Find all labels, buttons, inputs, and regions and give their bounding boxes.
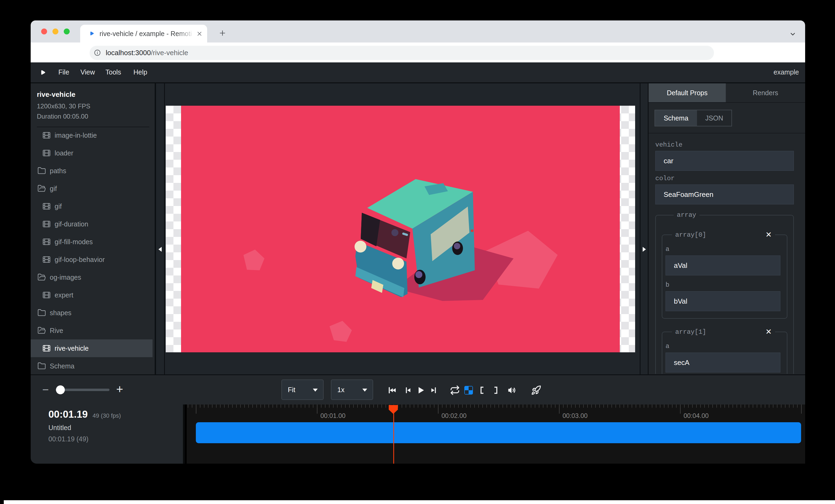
fit-dropdown[interactable]: Fit: [281, 379, 324, 400]
sidebar-item-rive[interactable]: Rive: [30, 322, 155, 339]
toggle-schema[interactable]: Schema: [655, 110, 697, 126]
ruler-label: 00:02.00: [442, 412, 466, 420]
compositions-sidebar: rive-vehicle 1200x630, 30 FPS Duration 0…: [30, 83, 156, 374]
film-icon: [42, 344, 51, 353]
sidebar-item-gif-folder[interactable]: gif: [30, 180, 155, 197]
chevron-down-icon: [313, 388, 318, 392]
menu-tools[interactable]: Tools: [105, 68, 121, 76]
new-tab-button[interactable]: [219, 29, 226, 37]
toggle-json[interactable]: JSON: [697, 110, 731, 126]
sidebar-item-gif-duration[interactable]: gif-duration: [30, 215, 155, 233]
composition-meta: 1200x630, 30 FPS: [37, 103, 149, 110]
array-legend: array: [674, 211, 699, 219]
film-icon: [42, 220, 51, 228]
tab-title: rive-vehicle / example - Remoti: [100, 30, 194, 38]
sidebar-item-expert[interactable]: expert: [30, 286, 155, 304]
sidebar-collapse-gutter[interactable]: [156, 83, 165, 374]
zoom-out-button[interactable]: −: [42, 385, 49, 396]
preview-area: [165, 83, 640, 374]
previous-frame-button[interactable]: [404, 386, 413, 395]
remotion-logo[interactable]: [39, 69, 46, 77]
main-area: rive-vehicle 1200x630, 30 FPS Duration 0…: [30, 83, 805, 374]
film-icon: [42, 291, 51, 299]
url-bar[interactable]: localhost:3000/rive-vehicle: [89, 46, 714, 60]
traffic-light-minimize[interactable]: [53, 28, 58, 35]
animation-background: [181, 106, 620, 352]
menu-view[interactable]: View: [80, 68, 95, 76]
film-icon: [42, 255, 51, 264]
in-point-button[interactable]: [477, 386, 486, 395]
url-text: localhost:3000/rive-vehicle: [106, 49, 188, 57]
sidebar-item-shapes[interactable]: shapes: [30, 304, 155, 322]
array-0-remove-button[interactable]: ✕: [766, 231, 772, 238]
timeline-info-panel: 00:01.19 49 (30 fps) Untitled 00:01.19 (…: [30, 404, 185, 464]
props-fields: vehicle color array array[0]✕ a b array[…: [649, 133, 805, 374]
loop-toggle[interactable]: [450, 385, 460, 395]
array-0-b-input[interactable]: [666, 291, 780, 311]
traffic-light-zoom[interactable]: [64, 28, 70, 35]
ruler-label: 00:01.00: [320, 412, 345, 420]
timeline-track-bar[interactable]: [196, 422, 801, 443]
render-rocket-button[interactable]: [531, 385, 541, 395]
composition-duration: Duration 00:05.00: [37, 113, 149, 120]
browser-address-bar: localhost:3000/rive-vehicle: [30, 42, 805, 62]
array-1-a-input[interactable]: [666, 353, 780, 373]
sidebar-item-gif-loop-behavior[interactable]: gif-loop-behavior: [30, 251, 155, 268]
playhead-marker[interactable]: [389, 405, 398, 414]
current-timecode: 00:01.19: [48, 409, 88, 420]
sidebar-item-gif-fill-modes[interactable]: gif-fill-modes: [30, 233, 155, 251]
volume-button[interactable]: [507, 385, 517, 395]
tab-renders[interactable]: Renders: [726, 83, 805, 102]
array-0-a-input[interactable]: [666, 255, 780, 275]
panel-collapse-gutter[interactable]: [640, 83, 648, 374]
film-icon: [42, 202, 51, 211]
tab-default-props[interactable]: Default Props: [649, 83, 726, 102]
collapse-left-icon[interactable]: [159, 247, 162, 252]
sidebar-item-loader[interactable]: loader: [30, 144, 155, 162]
track-duration: 00:01.19 (49): [48, 435, 88, 443]
sidebar-item-paths[interactable]: paths: [30, 162, 155, 180]
out-point-button[interactable]: [491, 386, 501, 395]
skip-to-start-button[interactable]: [388, 385, 397, 395]
sidebar-item-schema[interactable]: Schema: [30, 357, 155, 375]
decor-pentagon-left: [243, 250, 264, 270]
zoom-in-button[interactable]: +: [116, 384, 124, 395]
menu-file[interactable]: File: [58, 68, 69, 76]
array-1-remove-button[interactable]: ✕: [766, 328, 772, 336]
sidebar-item-rive-vehicle[interactable]: rive-vehicle: [30, 339, 152, 357]
color-input[interactable]: [655, 185, 794, 204]
ruler-label: 00:03.00: [563, 412, 588, 420]
array-0-a-label: a: [666, 246, 780, 253]
screenshot-bottom-edge: [4, 500, 835, 504]
film-icon: [42, 131, 51, 140]
film-icon: [42, 237, 51, 246]
folder-open-icon: [37, 184, 46, 193]
vehicle-input[interactable]: [655, 151, 794, 171]
traffic-light-close[interactable]: [41, 28, 47, 35]
transparency-toggle[interactable]: [464, 386, 473, 395]
composition-canvas: [166, 106, 635, 352]
browser-tab-bar: rive-vehicle / example - Remoti: [30, 20, 805, 42]
sidebar-item-gif[interactable]: gif: [30, 197, 155, 215]
speed-dropdown[interactable]: 1x: [331, 379, 373, 400]
timeline-track-area[interactable]: 00:01.00 00:02.00 00:03.00 00:04.00: [187, 404, 805, 464]
folder-icon: [37, 362, 46, 370]
app-menubar: File View Tools Help example: [30, 62, 805, 83]
zoom-slider-knob[interactable]: [56, 385, 65, 394]
playback-toolbar: − + Fit 1x: [30, 374, 805, 404]
next-frame-button[interactable]: [429, 386, 438, 395]
composition-title: rive-vehicle: [37, 90, 149, 99]
collapse-right-icon[interactable]: [643, 247, 646, 252]
array-1-a-label: a: [666, 343, 780, 350]
site-info-icon[interactable]: [94, 49, 101, 57]
menu-help[interactable]: Help: [134, 68, 147, 76]
tab-close-icon[interactable]: [197, 31, 202, 37]
sidebar-item-og-images[interactable]: og-images: [30, 268, 155, 286]
play-button[interactable]: [415, 385, 426, 395]
tab-search-chevron-icon[interactable]: [789, 31, 796, 38]
browser-tab[interactable]: rive-vehicle / example - Remoti: [80, 25, 207, 42]
folder-open-icon: [37, 326, 46, 335]
schema-json-toggle: Schema JSON: [654, 110, 732, 126]
sidebar-item-image-in-lottie[interactable]: image-in-lottie: [30, 126, 155, 144]
project-name: example: [774, 68, 799, 76]
